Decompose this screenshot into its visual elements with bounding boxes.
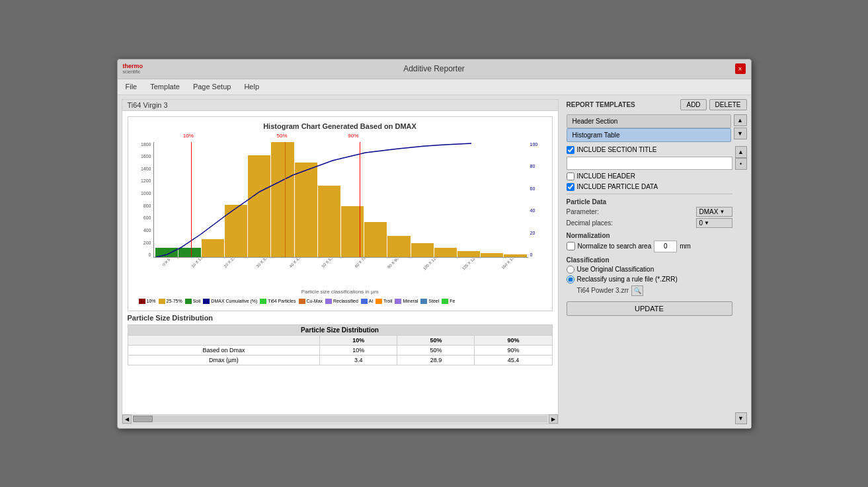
scroll-left-btn[interactable]: ◀ bbox=[122, 414, 132, 424]
x-axis-title: Particle size classifications in µm bbox=[134, 289, 547, 295]
template-histogram-table[interactable]: Histogram Table bbox=[567, 128, 731, 142]
reclassify-row: Reclassify using a rule file (*.ZRR) bbox=[567, 276, 732, 283]
settings-scroll-up[interactable]: ▲ bbox=[735, 146, 747, 158]
percentile-10-label: 10% bbox=[183, 133, 194, 139]
include-particle-data-label: INCLUDE PARTICLE DATA bbox=[577, 183, 658, 190]
template-scroll-up[interactable]: ▲ bbox=[734, 114, 747, 126]
menu-page-setup[interactable]: Page Setup bbox=[190, 81, 234, 92]
app-window: thermo scientific Additive Reporter × Fi… bbox=[117, 59, 752, 429]
settings-scroll-down[interactable]: ▼ bbox=[735, 412, 747, 424]
normalize-checkbox[interactable] bbox=[567, 242, 575, 250]
classification-label: Classification bbox=[567, 256, 732, 264]
row2-col4: 45.4 bbox=[475, 355, 552, 365]
bar-10 bbox=[364, 222, 387, 256]
decimal-dropdown-arrow: ▼ bbox=[704, 220, 709, 226]
legend-fe: Fe bbox=[442, 299, 455, 304]
horizontal-scrollbar[interactable]: ◀ ▶ bbox=[122, 414, 558, 424]
normalize-input[interactable] bbox=[654, 241, 677, 252]
use-original-row: Use Original Classification bbox=[567, 266, 732, 274]
bar-11 bbox=[387, 236, 410, 256]
chart-container: Histogram Chart Generated Based on DMAX … bbox=[128, 116, 553, 311]
legend-troll: Troll bbox=[375, 299, 392, 304]
template-list-container: Header Section Histogram Table bbox=[567, 114, 731, 142]
bar-7 bbox=[295, 163, 317, 257]
include-section-title-label: INCLUDE SECTION TITLE bbox=[577, 146, 657, 153]
normalize-label: Normalize to search area bbox=[578, 243, 652, 250]
file-browse-button[interactable]: 🔍 bbox=[631, 285, 643, 296]
use-original-radio[interactable] bbox=[567, 266, 574, 274]
particle-data-label: Particle Data bbox=[567, 198, 732, 206]
parameter-dropdown[interactable]: DMAX ▼ bbox=[696, 207, 732, 217]
menu-template[interactable]: Template bbox=[147, 81, 182, 92]
logo-thermo: thermo bbox=[123, 63, 143, 69]
add-button[interactable]: ADD bbox=[680, 99, 706, 110]
legend-soli: Soli bbox=[185, 299, 201, 304]
include-section-title-checkbox[interactable] bbox=[567, 146, 574, 154]
col-header-4: 90% bbox=[475, 335, 552, 345]
legend-steel: Steel bbox=[420, 299, 439, 304]
bar-2 bbox=[178, 248, 201, 257]
normalization-section: Normalization Normalize to search area m… bbox=[567, 231, 732, 252]
legend-reclassified: Reclassified bbox=[325, 299, 358, 304]
chart-inner bbox=[153, 142, 528, 258]
row2-col1: Dmax (µm) bbox=[128, 355, 320, 365]
reclassify-label: Reclassify using a rule file (*.ZRR) bbox=[577, 276, 678, 283]
col-header-1 bbox=[128, 335, 320, 345]
template-header-section[interactable]: Header Section bbox=[567, 114, 731, 128]
col-header-2: 10% bbox=[320, 335, 397, 345]
decimal-value: 0 bbox=[699, 219, 703, 227]
chart-legend: 10% 25-75% Soli DMAX Cumulative (%) bbox=[134, 297, 547, 305]
legend-dmax-cum: DMAX Cumulative (%) bbox=[203, 299, 257, 304]
section-title-input[interactable] bbox=[567, 157, 732, 170]
bar-4 bbox=[225, 205, 247, 256]
row1-col4: 90% bbox=[475, 345, 552, 355]
menu-file[interactable]: File bbox=[123, 81, 140, 92]
legend-al: Al bbox=[361, 299, 373, 304]
menu-help[interactable]: Help bbox=[241, 81, 262, 92]
row1-col3: 50% bbox=[397, 345, 475, 355]
histogram-bars bbox=[154, 142, 528, 257]
template-scroll-down[interactable]: ▼ bbox=[734, 128, 747, 139]
bar-3 bbox=[202, 239, 224, 256]
include-header-row: INCLUDE HEADER bbox=[567, 172, 732, 180]
scroll-dot[interactable]: • bbox=[735, 158, 747, 170]
scroll-right-btn[interactable]: ▶ bbox=[549, 414, 558, 424]
percentile-50-label: 50% bbox=[277, 133, 288, 139]
y-axis-left: 1800 1600 1400 1200 1000 800 600 400 200… bbox=[134, 142, 153, 258]
row1-col1: Based on Dmax bbox=[128, 345, 320, 355]
parameter-value: DMAX bbox=[699, 208, 719, 215]
document-tab[interactable]: Ti64 Virgin 3 bbox=[122, 100, 558, 111]
include-section-title-row: INCLUDE SECTION TITLE bbox=[567, 146, 732, 154]
table-header: Particle Size Distribution bbox=[128, 324, 552, 335]
close-button[interactable]: × bbox=[735, 63, 746, 74]
update-button[interactable]: UPDATE bbox=[567, 301, 732, 316]
percentile-90-label: 90% bbox=[348, 133, 358, 139]
bar-5 bbox=[248, 155, 270, 256]
normalize-row: Normalize to search area mm bbox=[567, 241, 732, 252]
parameter-label: Parameter: bbox=[567, 208, 599, 215]
include-header-checkbox[interactable] bbox=[567, 172, 574, 180]
include-particle-data-checkbox[interactable] bbox=[567, 183, 574, 191]
title-bar-left: thermo scientific bbox=[123, 63, 143, 74]
percentile-10-line bbox=[191, 142, 192, 257]
file-row: Ti64 Powder 3.zrr 🔍 bbox=[577, 285, 732, 296]
menu-bar: File Template Page Setup Help bbox=[118, 79, 751, 95]
title-bar: thermo scientific Additive Reporter × bbox=[118, 59, 751, 79]
parameter-row: Parameter: DMAX ▼ bbox=[567, 207, 732, 217]
include-header-label: INCLUDE HEADER bbox=[577, 172, 635, 180]
bar-6 bbox=[271, 142, 294, 257]
normalize-unit: mm bbox=[680, 243, 691, 250]
legend-25-75: 25-75% bbox=[159, 299, 182, 304]
file-label: Ti64 Powder 3.zrr bbox=[577, 287, 629, 294]
bar-14 bbox=[457, 251, 480, 257]
report-templates-title: REPORT TEMPLATES bbox=[567, 101, 635, 108]
template-list-area: Header Section Histogram Table ▲ ▼ bbox=[567, 114, 747, 142]
logo-scientific: scientific bbox=[123, 69, 143, 74]
decimal-dropdown[interactable]: 0 ▼ bbox=[696, 218, 732, 228]
delete-button[interactable]: DELETE bbox=[709, 99, 747, 110]
reclassify-radio[interactable] bbox=[567, 276, 574, 283]
data-table: Particle Size Distribution 10% 50% 90% bbox=[128, 324, 553, 365]
settings-scrollbar: ▲ • ▼ bbox=[735, 146, 747, 424]
legend-10pct: 10% bbox=[139, 299, 156, 304]
h-scroll-thumb[interactable] bbox=[133, 416, 153, 422]
